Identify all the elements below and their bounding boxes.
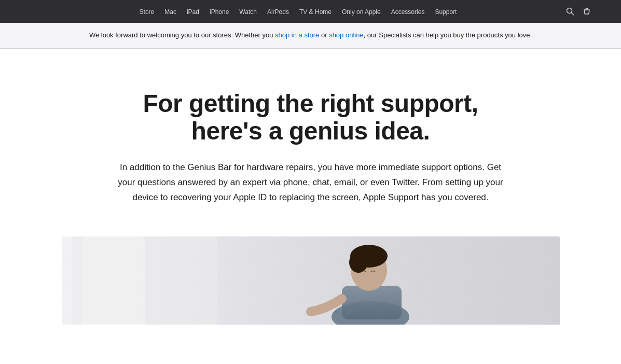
announcement-text-between: or [319,31,329,39]
nav-item-store[interactable]: Store [134,8,160,16]
nav-item-mac[interactable]: Mac [159,8,182,16]
nav-icons [566,7,591,16]
hero-section: For getting the right support,here's a g… [103,49,518,236]
hero-image [62,236,560,325]
announcement-text-before: We look forward to welcoming you to our … [89,31,275,39]
search-icon[interactable] [566,7,574,16]
svg-point-10 [349,252,368,273]
hero-subtitle: In addition to the Genius Bar for hardwa… [114,160,508,205]
shop-in-store-link[interactable]: shop in a store [275,31,319,39]
hero-image-section [62,236,560,325]
nav-item-accessories[interactable]: Accessories [386,8,430,16]
hero-title: For getting the right support,here's a g… [114,90,508,145]
svg-rect-6 [342,286,402,319]
announcement-text-after: , our Specialists can help you buy the p… [364,31,532,39]
nav-item-ipad[interactable]: iPad [182,8,204,16]
nav-item-watch[interactable]: Watch [234,8,262,16]
shop-online-link[interactable]: shop online [329,31,364,39]
nav-item-airpods[interactable]: AirPods [262,8,294,16]
nav-item-only-on-apple[interactable]: Only on Apple [337,8,386,16]
svg-rect-4 [82,236,145,325]
bag-icon[interactable] [583,7,591,16]
announcement-banner: We look forward to welcoming you to our … [0,23,621,49]
nav-item-support[interactable]: Support [430,8,462,16]
svg-line-1 [571,13,574,16]
nav-item-iphone[interactable]: iPhone [204,8,234,16]
nav-item-tv-home[interactable]: TV & Home [294,8,337,16]
nav-links: Store Mac iPad iPhone Watch AirPods TV &… [31,7,566,16]
main-nav: Store Mac iPad iPhone Watch AirPods TV &… [0,0,621,23]
